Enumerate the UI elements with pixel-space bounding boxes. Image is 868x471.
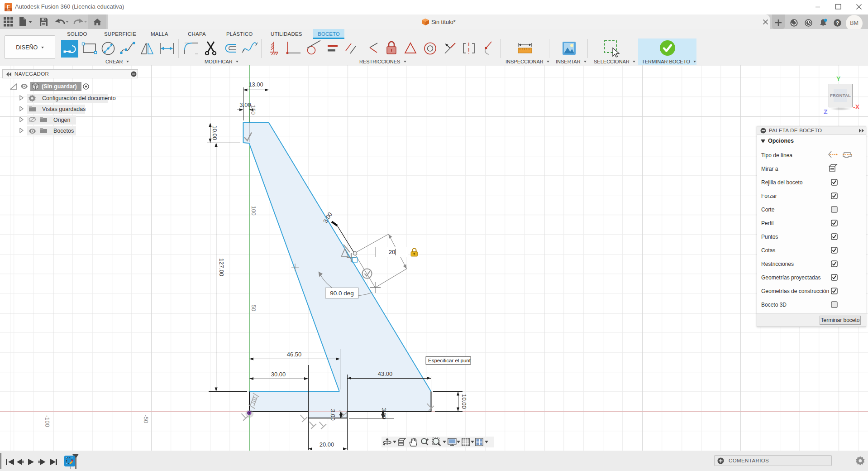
svg-text:127.00: 127.00 xyxy=(218,258,225,276)
svg-text:20: 20 xyxy=(389,249,395,255)
svg-text:20.00: 20.00 xyxy=(320,441,334,448)
svg-text:?: ? xyxy=(836,20,839,26)
svg-text:360: 360 xyxy=(7,9,10,11)
svg-text:3.00: 3.00 xyxy=(381,408,387,419)
svg-text:43.00: 43.00 xyxy=(378,370,393,377)
svg-text:90.0 deg: 90.0 deg xyxy=(330,290,354,297)
svg-text:Especificar el punt: Especificar el punt xyxy=(428,358,471,363)
svg-text:10.00: 10.00 xyxy=(461,394,467,409)
svg-text:3.00: 3.00 xyxy=(239,101,251,108)
svg-text:46.50: 46.50 xyxy=(287,351,302,358)
svg-text:100: 100 xyxy=(250,206,257,216)
svg-text:3.00: 3.00 xyxy=(329,409,336,420)
svg-text:10.00: 10.00 xyxy=(211,125,218,140)
svg-text:150: 150 xyxy=(250,105,257,115)
svg-text:-100: -100 xyxy=(44,415,51,427)
svg-text:50: 50 xyxy=(250,305,257,311)
svg-text:F: F xyxy=(7,4,10,10)
svg-text:-50: -50 xyxy=(143,415,149,423)
svg-text:13.00: 13.00 xyxy=(248,81,263,88)
svg-text:30.00: 30.00 xyxy=(271,371,286,378)
